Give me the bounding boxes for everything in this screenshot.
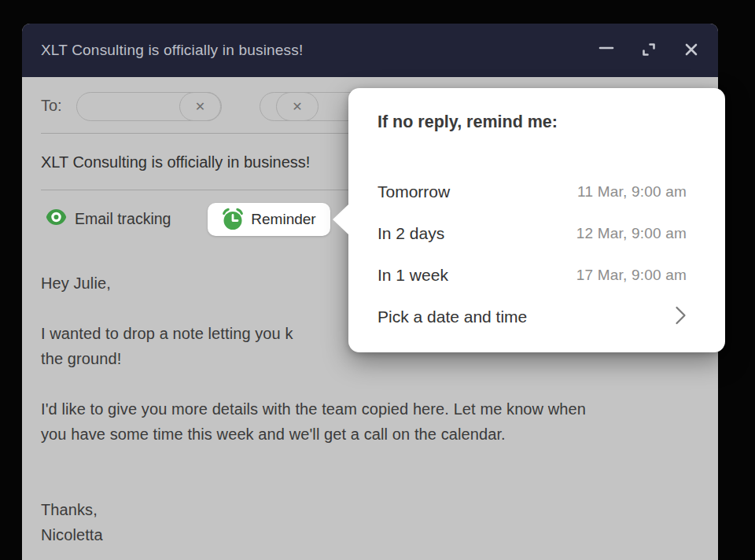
reminder-option-pick-date-time[interactable]: Pick a date and time [378, 296, 687, 337]
option-label: Tomorrow [378, 182, 450, 201]
reminder-option-in-1-week[interactable]: In 1 week 17 Mar, 9:00 am [378, 254, 687, 296]
body-signoff: Thanks, [41, 497, 710, 522]
window-title: XLT Consulting is officially in business… [41, 42, 592, 59]
eye-icon [46, 208, 67, 229]
recipient-chip[interactable]: ✕ [76, 92, 221, 121]
to-field-label: To: [41, 95, 62, 116]
chevron-right-icon [675, 305, 687, 329]
popup-tail [333, 204, 348, 234]
minimize-icon [598, 41, 615, 61]
close-icon [683, 41, 700, 61]
close-button[interactable] [677, 36, 705, 64]
reminder-option-tomorrow[interactable]: Tomorrow 11 Mar, 9:00 am [378, 171, 687, 212]
remove-recipient-icon[interactable]: ✕ [276, 92, 319, 121]
reminder-popup-title: If no reply, remind me: [378, 112, 558, 132]
window-controls [592, 36, 705, 64]
email-tracking-label: Email tracking [75, 210, 171, 228]
minimize-button[interactable] [592, 36, 621, 64]
option-label: In 2 days [378, 224, 444, 243]
expand-icon [639, 40, 658, 61]
option-datetime: 12 Mar, 9:00 am [576, 225, 687, 242]
body-line: I'd like to give you more details with t… [41, 396, 710, 422]
desktop-background: { "window": { "title": "XLT Consulting i… [0, 0, 755, 560]
reminder-options-list: Tomorrow 11 Mar, 9:00 am In 2 days 12 Ma… [378, 171, 687, 337]
compose-titlebar[interactable]: XLT Consulting is officially in business… [22, 24, 718, 77]
reminder-popup: If no reply, remind me: Tomorrow 11 Mar,… [348, 88, 725, 352]
remove-recipient-icon[interactable]: ✕ [179, 92, 222, 121]
alarm-clock-icon [222, 207, 244, 233]
body-line: you have some time this week and we'll g… [41, 422, 710, 447]
option-label: In 1 week [378, 266, 448, 285]
option-label: Pick a date and time [378, 308, 527, 326]
option-datetime: 17 Mar, 9:00 am [576, 267, 687, 284]
reminder-label: Reminder [251, 211, 315, 228]
reminder-option-in-2-days[interactable]: In 2 days 12 Mar, 9:00 am [378, 212, 687, 254]
body-signature: Nicoletta [41, 522, 710, 547]
option-datetime: 11 Mar, 9:00 am [577, 183, 687, 201]
reminder-button[interactable]: Reminder [208, 203, 330, 236]
expand-button[interactable] [635, 36, 663, 64]
email-tracking-toggle[interactable]: Email tracking [46, 208, 171, 230]
subject-line[interactable]: XLT Consulting is officially in business… [41, 153, 310, 171]
